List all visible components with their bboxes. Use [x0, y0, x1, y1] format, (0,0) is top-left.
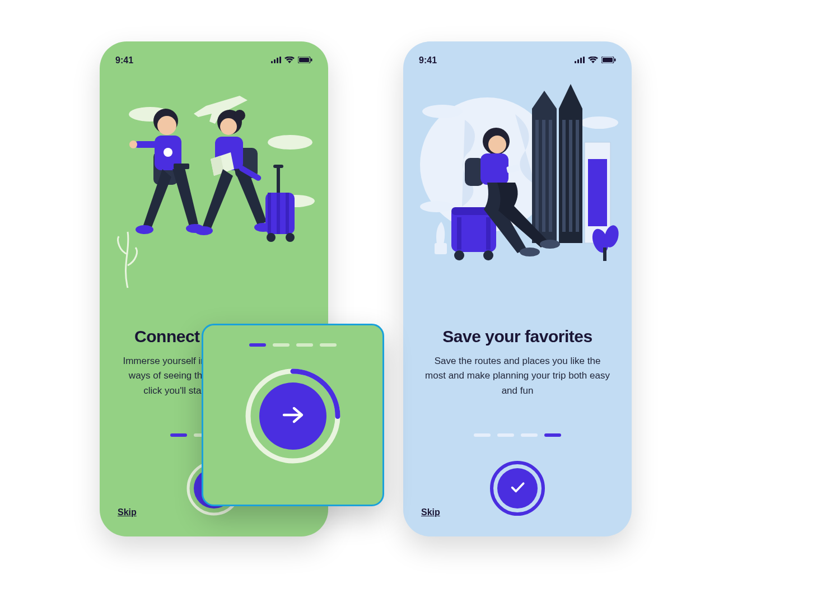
svg-rect-29 — [268, 193, 271, 234]
page-dot-3[interactable] — [521, 433, 538, 437]
page-dot-1[interactable] — [474, 433, 491, 437]
svg-point-69 — [454, 250, 464, 260]
page-dot-1[interactable] — [170, 433, 187, 437]
onboarding-body: Save the routes and places you like the … — [419, 354, 616, 398]
svg-rect-15 — [134, 141, 161, 148]
svg-point-8 — [268, 135, 312, 150]
progress-ring — [244, 367, 342, 465]
svg-rect-40 — [580, 58, 582, 63]
next-button[interactable] — [244, 367, 342, 465]
finish-button[interactable] — [489, 460, 545, 516]
status-bar: 9:41 — [403, 53, 632, 68]
svg-point-77 — [540, 240, 560, 249]
svg-rect-39 — [577, 59, 579, 63]
svg-marker-50 — [532, 91, 557, 109]
svg-point-48 — [420, 201, 454, 212]
svg-rect-44 — [614, 59, 616, 62]
svg-rect-57 — [549, 120, 552, 232]
svg-rect-56 — [542, 120, 545, 232]
svg-point-47 — [580, 116, 618, 129]
battery-icon — [601, 55, 616, 66]
svg-rect-41 — [583, 57, 585, 63]
page-dot-3[interactable] — [296, 343, 313, 347]
svg-rect-0 — [271, 61, 273, 63]
svg-rect-1 — [274, 59, 276, 63]
svg-rect-59 — [569, 120, 572, 232]
svg-rect-31 — [286, 193, 289, 234]
hero-illustration — [100, 81, 328, 305]
onboarding-screen-favorites: 9:41 — [403, 41, 632, 536]
skip-link[interactable]: Skip — [421, 507, 440, 517]
svg-rect-3 — [279, 57, 281, 63]
svg-marker-52 — [559, 84, 582, 109]
page-dot-2[interactable] — [273, 343, 290, 347]
svg-rect-67 — [457, 217, 461, 250]
status-time: 9:41 — [115, 55, 133, 66]
page-dot-1[interactable] — [249, 343, 266, 347]
signal-icon — [271, 55, 281, 66]
svg-rect-54 — [588, 159, 607, 226]
status-icons — [271, 55, 312, 66]
status-bar: 9:41 — [100, 53, 328, 68]
svg-point-23 — [220, 118, 237, 135]
svg-rect-74 — [480, 153, 508, 185]
onboarding-text: Save your favorites Save the routes and … — [419, 327, 616, 398]
svg-rect-68 — [486, 217, 491, 250]
svg-rect-61 — [435, 243, 447, 254]
svg-rect-38 — [575, 61, 576, 63]
svg-rect-55 — [535, 120, 539, 232]
onboarding-title: Save your favorites — [419, 327, 616, 346]
zoom-preview-card — [202, 324, 384, 506]
svg-rect-33 — [273, 165, 283, 168]
svg-point-12 — [157, 116, 176, 135]
svg-rect-5 — [299, 58, 309, 62]
svg-rect-19 — [174, 164, 189, 169]
hero-illustration — [403, 81, 632, 305]
wifi-icon — [284, 55, 295, 66]
svg-point-34 — [267, 233, 276, 242]
svg-rect-6 — [311, 59, 312, 62]
page-dot-2[interactable] — [497, 433, 514, 437]
check-icon — [508, 478, 526, 498]
status-time: 9:41 — [419, 55, 437, 66]
svg-point-35 — [286, 233, 295, 242]
svg-rect-32 — [277, 167, 280, 193]
page-indicator — [249, 343, 337, 347]
svg-point-46 — [422, 105, 463, 118]
svg-rect-30 — [277, 193, 280, 234]
svg-rect-60 — [576, 120, 579, 232]
svg-point-16 — [129, 141, 137, 148]
page-indicator — [403, 433, 632, 437]
svg-point-70 — [483, 250, 493, 260]
svg-point-76 — [520, 248, 540, 256]
svg-point-25 — [195, 226, 213, 235]
page-dot-4[interactable] — [320, 343, 337, 347]
svg-point-73 — [488, 136, 506, 153]
svg-rect-58 — [562, 120, 566, 232]
status-icons — [575, 55, 616, 66]
skip-link[interactable]: Skip — [118, 507, 137, 517]
svg-point-14 — [164, 148, 172, 157]
svg-point-17 — [136, 225, 153, 234]
page-dot-4[interactable] — [544, 433, 561, 437]
svg-rect-43 — [603, 58, 613, 62]
battery-icon — [298, 55, 312, 66]
signal-icon — [575, 55, 585, 66]
svg-rect-2 — [277, 58, 278, 63]
svg-rect-64 — [603, 248, 606, 261]
wifi-icon — [588, 55, 598, 66]
svg-point-22 — [234, 110, 245, 121]
